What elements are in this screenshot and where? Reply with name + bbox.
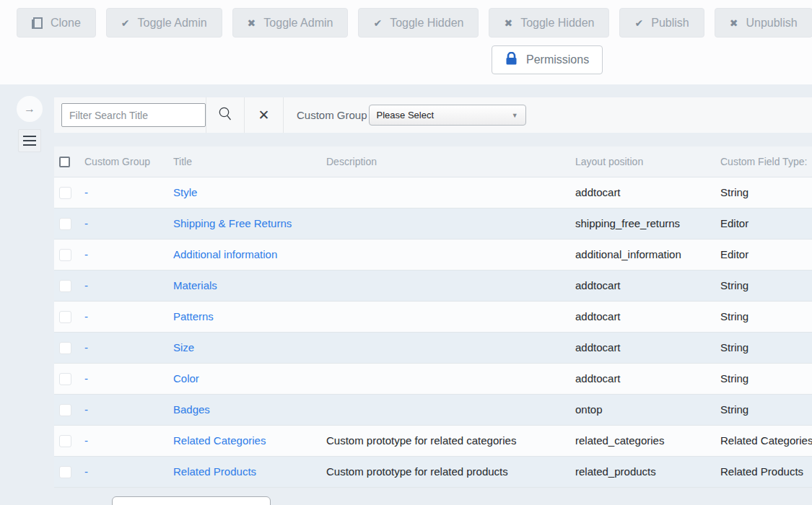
title-link[interactable]: Materials <box>173 279 217 291</box>
table-row: - Badges ontop String <box>54 394 812 425</box>
row-checkbox[interactable] <box>59 466 71 478</box>
check-icon <box>634 18 643 28</box>
toolbar-button[interactable]: Unpublish <box>715 8 812 38</box>
layout-position-cell: addtocart <box>575 301 720 332</box>
x-icon: ✕ <box>258 107 270 123</box>
description-cell <box>326 301 575 332</box>
column-header-custom-group: Custom Group <box>84 146 173 177</box>
field-type-cell: String <box>720 394 812 425</box>
magnifier-icon <box>217 106 233 124</box>
table-row: - Patterns addtocart String <box>54 301 812 332</box>
layout-position-cell: related_products <box>575 456 720 487</box>
description-cell: Custom prototype for related categories <box>326 425 575 456</box>
toolbar-button[interactable]: Toggle Admin <box>106 8 222 38</box>
search-input[interactable] <box>61 103 206 127</box>
custom-group-link[interactable]: - <box>84 465 88 478</box>
toolbar-button[interactable]: Toggle Hidden <box>489 8 609 38</box>
custom-group-link[interactable]: - <box>84 217 88 229</box>
row-checkbox[interactable] <box>59 404 71 416</box>
title-link[interactable]: Style <box>173 186 197 198</box>
x-icon <box>730 18 738 28</box>
custom-group-link[interactable]: - <box>84 403 88 416</box>
layout-position-cell: addtocart <box>575 363 720 394</box>
description-cell <box>326 177 575 208</box>
permissions-button[interactable]: Permissions <box>492 45 603 74</box>
title-link[interactable]: Badges <box>173 403 210 416</box>
table-body: - Style addtocart String - Shipping & Fr… <box>54 177 812 487</box>
row-checkbox[interactable] <box>59 187 71 199</box>
layout-position-cell: related_categories <box>575 425 720 456</box>
title-link[interactable]: Patterns <box>173 310 214 322</box>
row-checkbox[interactable] <box>59 280 71 292</box>
column-header-layout-position: Layout position <box>575 146 720 177</box>
expand-sidebar-button[interactable]: → <box>17 96 43 122</box>
column-header-field-type: Custom Field Type: <box>720 146 812 177</box>
field-type-cell: String <box>720 270 812 301</box>
title-link[interactable]: Related Categories <box>173 434 266 447</box>
custom-group-label: Custom Group <box>297 109 367 121</box>
search-button[interactable] <box>206 97 245 133</box>
main-panel: ✕ Custom Group Please Select ▼ Custom Gr… <box>54 84 812 505</box>
layout-position-cell: ontop <box>575 394 720 425</box>
custom-group-link[interactable]: - <box>84 248 88 260</box>
custom-group-link[interactable]: - <box>84 434 88 447</box>
layout-position-cell: additional_information <box>575 239 720 270</box>
table-row: - Size addtocart String <box>54 332 812 363</box>
title-link[interactable]: Color <box>173 372 199 385</box>
custom-group-link[interactable]: - <box>84 279 88 291</box>
layout-position-cell: addtocart <box>575 177 720 208</box>
menu-toggle-button[interactable] <box>18 129 41 152</box>
content-area: → ✕ Custom Group Pl <box>0 84 812 505</box>
custom-fields-table: Custom Group Title Description Layout po… <box>54 146 812 488</box>
table-row: - Related Categories Custom prototype fo… <box>54 425 812 456</box>
row-checkbox[interactable] <box>59 435 71 447</box>
clear-search-button[interactable]: ✕ <box>245 97 284 133</box>
description-cell <box>326 394 575 425</box>
left-rail: → <box>0 84 54 505</box>
custom-group-link[interactable]: - <box>84 186 88 198</box>
field-type-cell: String <box>720 301 812 332</box>
column-header-description: Description <box>326 146 575 177</box>
description-cell: Custom prototype for related products <box>326 456 575 487</box>
field-type-cell: String <box>720 363 812 394</box>
row-checkbox[interactable] <box>59 218 71 230</box>
layout-position-cell: shipping_free_returns <box>575 208 720 239</box>
table-row: - Related Products Custom prototype for … <box>54 456 812 487</box>
layout-position-cell: addtocart <box>575 332 720 363</box>
select-all-checkbox[interactable] <box>59 157 70 167</box>
row-checkbox[interactable] <box>59 249 71 261</box>
layout-position-cell: addtocart <box>575 270 720 301</box>
description-cell <box>326 208 575 239</box>
description-cell <box>326 239 575 270</box>
title-link[interactable]: Additional information <box>173 248 277 260</box>
row-checkbox[interactable] <box>59 311 71 323</box>
title-link[interactable]: Size <box>173 341 194 354</box>
filter-bar: ✕ Custom Group Please Select ▼ <box>54 97 812 133</box>
arrow-right-icon: → <box>24 102 35 115</box>
toolbar-button[interactable]: Toggle Admin <box>232 8 349 38</box>
toolbar-button[interactable]: Toggle Hidden <box>358 8 479 38</box>
toolbar-button-row: Clone Toggle Admin Toggle Admin Toggle H… <box>17 8 812 38</box>
toolbar-button[interactable]: Clone <box>17 8 96 38</box>
column-header-title: Title <box>173 146 326 177</box>
description-cell <box>326 270 575 301</box>
custom-group-link[interactable]: - <box>84 372 88 385</box>
title-link[interactable]: Related Products <box>173 465 256 478</box>
custom-group-link[interactable]: - <box>84 341 88 354</box>
title-link[interactable]: Shipping & Free Returns <box>173 217 292 229</box>
check-icon <box>373 18 382 28</box>
permissions-row: Permissions <box>17 45 812 74</box>
row-checkbox[interactable] <box>59 342 71 354</box>
table-row: - Additional information additional_info… <box>54 239 812 270</box>
row-checkbox[interactable] <box>59 373 71 385</box>
field-type-cell: Related Products <box>720 456 812 487</box>
table-row: - Style addtocart String <box>54 177 812 208</box>
custom-group-link[interactable]: - <box>84 310 88 322</box>
field-type-cell: Related Categories <box>720 425 812 456</box>
toolbar-button[interactable]: Publish <box>619 8 704 38</box>
custom-group-selected-value: Please Select <box>377 110 512 120</box>
permissions-label: Permissions <box>526 53 589 66</box>
toolbar: Clone Toggle Admin Toggle Admin Toggle H… <box>0 0 812 84</box>
per-page-select[interactable] <box>112 496 271 505</box>
custom-group-select[interactable]: Please Select ▼ <box>369 105 526 126</box>
